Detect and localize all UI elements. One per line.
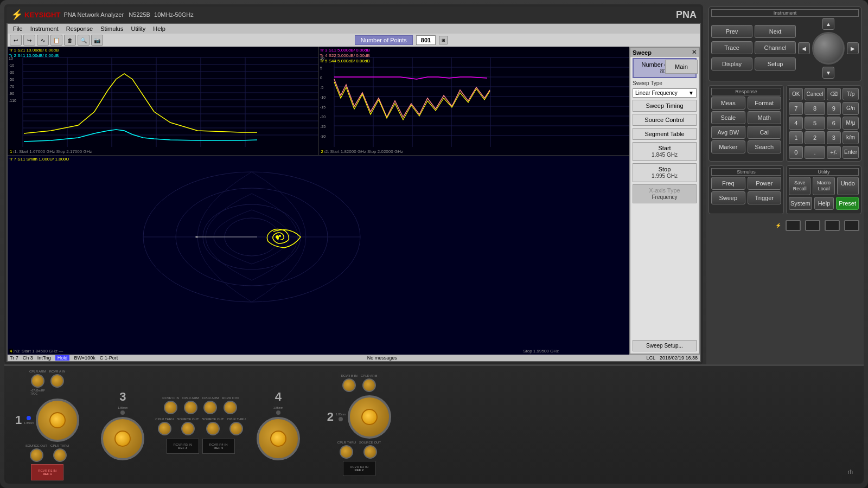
nav-left[interactable]: ◀ (798, 42, 810, 54)
port2-connector[interactable] (348, 395, 391, 439)
key-9[interactable]: 9 (827, 102, 841, 115)
toolbar-copy[interactable]: 📋 (50, 35, 62, 46)
menu-utility[interactable]: Utility (127, 25, 149, 33)
small-conn-cplr-thru-2[interactable] (340, 445, 353, 459)
save-recall-btn[interactable]: Save Recall (789, 177, 810, 195)
sweep-stop-btn[interactable]: Stop 1.995 GHz (633, 163, 697, 182)
toolbar-wave[interactable]: ∿ (37, 35, 49, 46)
marker-btn[interactable]: Marker (711, 140, 745, 153)
menu-response[interactable]: Response (63, 25, 97, 33)
toolbar-delete[interactable]: 🗑 (64, 35, 76, 46)
enter-btn[interactable]: Enter (843, 146, 859, 159)
format-btn[interactable]: Format (748, 97, 782, 110)
freq-btn[interactable]: Freq (711, 177, 745, 190)
port3-connector[interactable] (101, 417, 144, 460)
key-8[interactable]: 8 (805, 102, 825, 115)
help-btn[interactable]: Help (814, 197, 834, 210)
cancel-btn[interactable]: Cancel (805, 88, 825, 100)
small-conn-rcvr-a[interactable] (50, 374, 64, 388)
usb-port-3[interactable] (825, 220, 840, 231)
backspace-btn[interactable]: ⌫ (827, 88, 841, 100)
plusminus-btn[interactable]: +/- (827, 146, 841, 159)
sweep-main-btn[interactable]: Main (665, 60, 698, 74)
port4-connector[interactable] (257, 417, 300, 460)
trace-btn[interactable]: Trace (711, 41, 752, 54)
segment-table-btn[interactable]: Segment Table (633, 128, 697, 140)
menu-file[interactable]: File (10, 25, 26, 33)
small-conn-cplr-arm-3[interactable] (184, 401, 197, 414)
preset-btn[interactable]: Preset (836, 197, 859, 210)
ok-btn[interactable]: OK (789, 88, 803, 100)
small-conn-src-out-4[interactable] (206, 422, 220, 435)
small-conn-src-out-2[interactable] (363, 445, 377, 459)
toolbar-undo[interactable]: ↩ (10, 35, 22, 46)
menu-instrument[interactable]: Instrument (27, 25, 62, 33)
search-btn[interactable]: Search (748, 140, 782, 153)
small-conn-cplr-arm-1[interactable] (31, 374, 44, 388)
nav-down[interactable]: ▼ (822, 67, 834, 79)
menu-stimulus[interactable]: Stimulus (97, 25, 126, 33)
sweep-xaxis-btn[interactable]: X-axis Type Frequency (633, 184, 697, 203)
math-btn[interactable]: Math (748, 111, 782, 124)
dot-btn[interactable]: . (805, 146, 825, 159)
port4-led (276, 410, 280, 415)
trigger-btn[interactable]: Trigger (748, 191, 782, 204)
nop-value[interactable]: 801 (416, 35, 436, 45)
small-conn-rcvr-d[interactable] (224, 401, 237, 414)
small-conn-src-out-1[interactable] (30, 448, 43, 462)
small-conn-cplr-thru-3[interactable] (158, 422, 171, 435)
km-btn[interactable]: k/m (843, 131, 859, 144)
usb-port-4[interactable] (844, 220, 859, 231)
key-3[interactable]: 3 (827, 131, 841, 144)
toolbar-camera[interactable]: 📷 (91, 35, 103, 46)
display-btn[interactable]: Display (711, 57, 752, 70)
nav-up[interactable]: ▲ (822, 18, 834, 30)
port1-connector[interactable] (36, 399, 79, 442)
small-conn-cplr-arm-4[interactable] (203, 401, 217, 414)
mu-btn[interactable]: M/μ (843, 117, 859, 130)
key-7[interactable]: 7 (789, 102, 803, 115)
small-conn-cplr-thru-1[interactable] (53, 448, 67, 462)
sweep-setup-btn[interactable]: Sweep Setup... (633, 340, 697, 351)
system-btn[interactable]: System (789, 197, 812, 210)
key-4[interactable]: 4 (789, 117, 803, 130)
toolbar-zoom[interactable]: 🔍 (78, 35, 90, 46)
usb-port-1[interactable] (786, 220, 801, 231)
cal-btn[interactable]: Cal (748, 126, 782, 139)
small-conn-cplr-arm-2[interactable] (362, 378, 376, 392)
sweep-type-dropdown[interactable]: Linear Frequency ▼ (633, 88, 697, 98)
small-conn-src-out-3[interactable] (181, 422, 195, 435)
usb-port-2[interactable] (805, 220, 820, 231)
source-control-btn[interactable]: Source Control (633, 114, 697, 126)
small-conn-cplr-thru-4[interactable] (229, 422, 243, 435)
menu-help[interactable]: Help (150, 25, 169, 33)
main-knob[interactable] (812, 32, 845, 65)
setup-btn[interactable]: Setup (755, 57, 796, 70)
undo-btn[interactable]: Undo (837, 177, 859, 195)
small-conn-rcvr-b[interactable] (342, 378, 356, 392)
macro-local-btn[interactable]: Macro Local (813, 177, 834, 195)
small-conn-rcvr-c[interactable] (164, 401, 177, 414)
toolbar-redo[interactable]: ↪ (23, 35, 35, 46)
tp-btn[interactable]: T/p (843, 88, 859, 100)
next-btn[interactable]: Next (755, 25, 796, 38)
sweep-start-btn[interactable]: Start 1.845 GHz (633, 142, 697, 161)
power-btn[interactable]: Power (748, 177, 782, 190)
nav-right[interactable]: ▶ (847, 42, 859, 54)
prev-btn[interactable]: Prev (711, 25, 752, 38)
key-6[interactable]: 6 (827, 117, 841, 130)
gn-btn[interactable]: G/n (843, 102, 859, 115)
sweep-close-btn[interactable]: ✕ (692, 49, 697, 56)
key-0[interactable]: 0 (789, 146, 803, 159)
avg-bw-btn[interactable]: Avg BW (711, 126, 745, 139)
scale-btn[interactable]: Scale (711, 111, 745, 124)
nop-grid-icon[interactable]: ⊞ (439, 36, 448, 44)
key-1[interactable]: 1 (789, 131, 803, 144)
channel-btn[interactable]: Channel (755, 41, 796, 54)
sweep-timing-btn[interactable]: Sweep Timing (633, 100, 697, 112)
key-5[interactable]: 5 (805, 117, 825, 130)
sweep-btn[interactable]: Sweep (711, 191, 745, 204)
key-2[interactable]: 2 (805, 131, 825, 144)
meas-btn[interactable]: Meas (711, 97, 745, 110)
status-tr: Tr 7 (10, 355, 18, 361)
